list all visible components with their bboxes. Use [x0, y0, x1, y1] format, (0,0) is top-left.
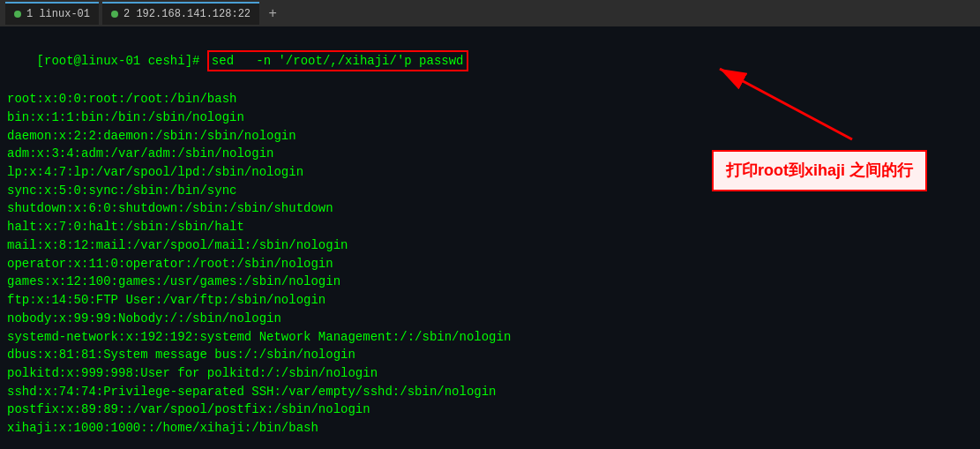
terminal-output-line: ftp:x:14:50:FTP User:/var/ftp:/sbin/nolo…	[7, 291, 973, 310]
command-line: [root@linux-01 ceshi]#[root@linux-01 ces…	[7, 32, 973, 90]
terminal-output-line: mail:x:8:12:mail:/var/spool/mail:/sbin/n…	[7, 236, 973, 255]
tab-ssh-dot	[111, 11, 118, 18]
terminal-output-line: daemon:x:2:2:daemon:/sbin:/sbin/nologin	[7, 127, 973, 146]
tab-ssh[interactable]: 2 192.168.141.128:22	[102, 2, 259, 25]
tab-linux01-label: 1 linux-01	[26, 8, 90, 20]
prompt-1: [root@linux-01 ceshi]#	[37, 54, 200, 68]
terminal-area: [root@linux-01 ceshi]#[root@linux-01 ces…	[0, 26, 980, 449]
title-bar: 1 linux-01 2 192.168.141.128:22 +	[0, 0, 980, 26]
terminal-output-line: sshd:x:74:74:Privilege-separated SSH:/va…	[7, 383, 973, 401]
terminal-output-line: bin:x:1:1:bin:/bin:/sbin/nologin	[7, 109, 973, 127]
terminal-output-line: games:x:12:100:games:/usr/games:/sbin/no…	[7, 273, 973, 291]
annotation-box: 打印root到xihaji 之间的行	[712, 150, 927, 191]
add-tab-button[interactable]: +	[263, 4, 282, 23]
prompt-text-1	[199, 54, 206, 68]
final-prompt-line: [root@linux-01 ceshi]#	[7, 438, 973, 449]
terminal-output-line: halt:x:7:0:halt:/sbin:/sbin/halt	[7, 218, 973, 236]
terminal-output-line: xihaji:x:1000:1000::/home/xihaji:/bin/ba…	[7, 419, 973, 438]
terminal-output-line: polkitd:x:999:998:User for polkitd:/:/sb…	[7, 364, 973, 383]
terminal-output: root:x:0:0:root:/root:/bin/bashbin:x:1:1…	[7, 90, 973, 438]
tab-status-dot	[14, 11, 21, 18]
terminal-output-line: systemd-network:x:192:192:systemd Networ…	[7, 328, 973, 347]
terminal-output-line: shutdown:x:6:0:shutdown:/sbin:/sbin/shut…	[7, 199, 973, 218]
terminal-output-line: operator:x:11:0:operator:/root:/sbin/nol…	[7, 255, 973, 273]
terminal-output-line: dbus:x:81:81:System message bus:/:/sbin/…	[7, 346, 973, 364]
terminal-output-line: nobody:x:99:99:Nobody:/:/sbin/nologin	[7, 310, 973, 328]
terminal-output-line: root:x:0:0:root:/root:/bin/bash	[7, 90, 973, 109]
terminal-output-line: postfix:x:89:89::/var/spool/postfix:/sbi…	[7, 400, 973, 419]
command-box: sed -n '/root/,/xihaji/'p passwd	[207, 50, 468, 72]
tab-ssh-label: 2 192.168.141.128:22	[123, 8, 251, 20]
tab-linux01[interactable]: 1 linux-01	[5, 2, 99, 25]
